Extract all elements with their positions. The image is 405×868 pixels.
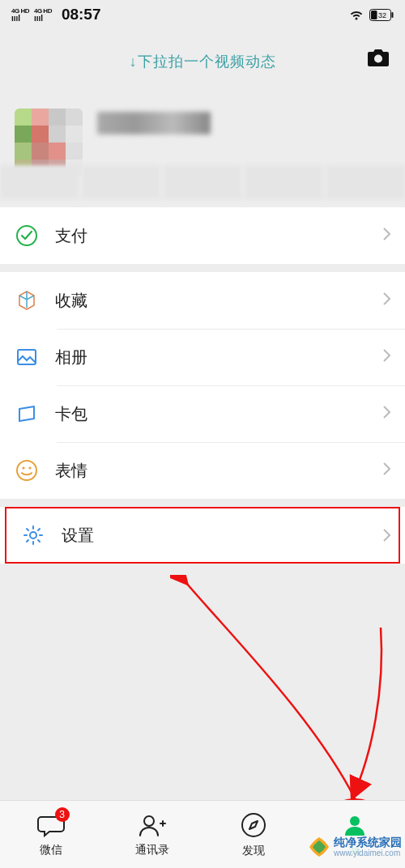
watermark-url: www.yidaimei.com [334,849,402,857]
tab-chats-label: 微信 [40,843,62,857]
svg-text:32: 32 [378,11,386,19]
battery-icon: 32 [369,9,394,21]
watermark-logo-icon [308,836,330,858]
section-group: 收藏 相册 卡包 表情 [0,272,405,499]
contacts-icon [138,812,167,841]
tab-contacts[interactable]: 通讯录 [101,801,202,868]
svg-point-8 [22,466,24,469]
chevron-right-icon [382,227,390,245]
favorites-icon [15,288,39,313]
menu-favorites-label: 收藏 [55,290,382,312]
tab-discover[interactable]: 发现 [202,801,304,868]
watermark-name: 纯净系统家园 [334,836,402,849]
profile-sub [0,165,405,199]
chevron-right-icon [382,462,390,479]
menu-stickers[interactable]: 表情 [0,442,405,499]
chevron-right-icon [382,291,390,309]
pay-icon [15,223,39,248]
menu-album[interactable]: 相册 [0,329,405,385]
album-icon [15,345,39,369]
status-time: 08:57 [62,6,101,23]
svg-rect-2 [371,11,377,19]
badge-count: 3 [55,807,70,822]
watermark: 纯净系统家园 www.yidaimei.com [308,836,402,858]
signal-2: 4G HDıııl [34,6,52,23]
svg-point-7 [17,461,36,480]
menu-cards-label: 卡包 [55,403,382,425]
discover-icon [240,811,267,842]
tab-discover-label: 发现 [242,844,265,858]
signal-1: 4G HDıııl [11,6,29,23]
svg-point-10 [30,532,36,538]
settings-icon [21,523,45,547]
menu-favorites[interactable]: 收藏 [0,272,405,329]
tab-chats[interactable]: 3 微信 [0,801,101,868]
annotation-highlight: 设置 [5,507,400,564]
status-left: 4G HDıııl 4G HDıııl 08:57 [11,6,101,23]
chevron-right-icon [382,405,390,423]
menu-cards[interactable]: 卡包 [0,385,405,442]
annotation-arrow-1 [170,575,373,818]
svg-rect-6 [18,350,36,364]
cards-icon [15,402,39,426]
chevron-right-icon [382,528,390,546]
status-bar: 4G HDıııl 4G HDıııl 08:57 32 [0,0,405,29]
svg-point-4 [374,55,382,63]
wifi-icon [348,9,364,21]
chevron-right-icon [382,348,390,366]
menu-stickers-label: 表情 [55,460,382,482]
profile-name [97,108,211,134]
svg-rect-1 [392,12,394,18]
menu-settings-label: 设置 [62,525,384,547]
svg-point-11 [144,816,154,826]
annotation-arrow-2 [324,623,397,810]
menu-album-label: 相册 [55,347,382,368]
stickers-icon [15,458,39,483]
tab-contacts-label: 通讯录 [135,843,169,857]
section-pay: 支付 [0,207,405,264]
svg-point-12 [242,814,265,836]
pull-hint-text: ↓下拉拍一个视频动态 [130,52,276,71]
menu-pay-label: 支付 [55,225,382,247]
status-right: 32 [348,9,394,21]
profile-card[interactable] [0,94,405,199]
section-settings: 设置 [0,507,405,564]
menu-settings[interactable]: 设置 [6,508,399,562]
svg-point-5 [17,226,36,245]
pull-hint-row: ↓下拉拍一个视频动态 [0,29,405,94]
camera-icon[interactable] [366,47,390,71]
svg-point-9 [28,466,31,469]
menu-pay[interactable]: 支付 [0,207,405,264]
svg-point-13 [350,816,360,826]
